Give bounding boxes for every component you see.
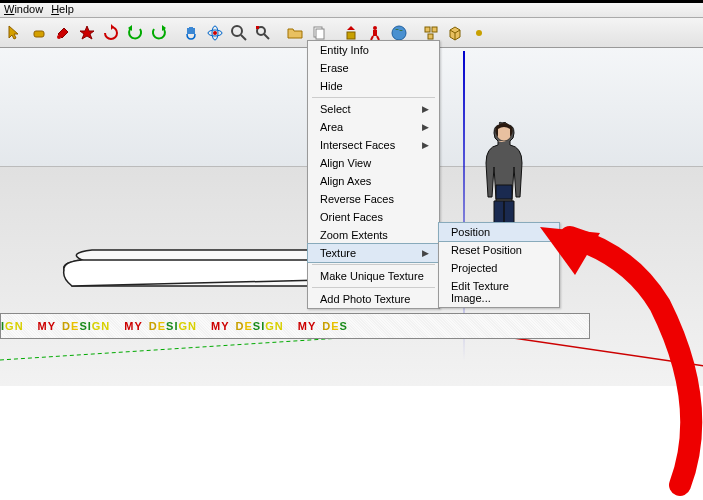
menu-hide[interactable]: Hide	[308, 77, 439, 95]
svg-point-17	[392, 26, 406, 40]
texture-banner: IGN MYDESIGN MYDESIGN MYDESIGN MYDES	[0, 313, 590, 339]
tool-paint-icon[interactable]	[52, 22, 74, 44]
context-menu: Entity Info Erase Hide Select▶ Area▶ Int…	[307, 40, 440, 309]
tool-star-icon[interactable]	[76, 22, 98, 44]
submenu-position[interactable]: Position	[438, 222, 560, 242]
menu-help[interactable]: Help	[51, 3, 74, 15]
submenu-reset-position[interactable]: Reset Position	[439, 241, 559, 259]
chevron-right-icon: ▶	[422, 140, 429, 150]
svg-line-16	[377, 36, 379, 40]
svg-point-21	[476, 30, 482, 36]
tool-orbit-icon[interactable]	[204, 22, 226, 44]
tool-undo-icon[interactable]	[124, 22, 146, 44]
svg-rect-9	[256, 26, 259, 29]
tool-redo-icon[interactable]	[148, 22, 170, 44]
svg-rect-20	[428, 34, 433, 39]
svg-point-13	[373, 26, 377, 30]
svg-rect-11	[316, 29, 324, 39]
svg-rect-14	[373, 30, 377, 36]
menu-area[interactable]: Area▶	[308, 118, 439, 136]
submenu-edit-texture-image[interactable]: Edit Texture Image...	[439, 277, 559, 307]
tool-pan-icon[interactable]	[180, 22, 202, 44]
tool-eraser-icon[interactable]	[28, 22, 50, 44]
menu-reverse-faces[interactable]: Reverse Faces	[308, 190, 439, 208]
tool-dot-icon[interactable]	[468, 22, 490, 44]
svg-point-4	[213, 31, 217, 35]
svg-point-5	[232, 26, 242, 36]
menu-align-axes[interactable]: Align Axes	[308, 172, 439, 190]
chevron-right-icon: ▶	[422, 104, 429, 114]
extruded-shape	[62, 248, 327, 304]
chevron-right-icon: ▶	[422, 122, 429, 132]
menu-entity-info[interactable]: Entity Info	[308, 41, 439, 59]
menu-texture[interactable]: Texture▶	[307, 243, 440, 263]
menu-make-unique-texture[interactable]: Make Unique Texture	[308, 267, 439, 285]
menu-erase[interactable]: Erase	[308, 59, 439, 77]
menu-intersect-faces[interactable]: Intersect Faces▶	[308, 136, 439, 154]
svg-line-8	[264, 34, 269, 39]
svg-rect-19	[432, 27, 437, 32]
tool-zoom-icon[interactable]	[228, 22, 250, 44]
svg-rect-0	[34, 31, 44, 37]
texture-submenu: Position Reset Position Projected Edit T…	[438, 222, 560, 308]
svg-line-6	[241, 35, 246, 40]
submenu-projected[interactable]: Projected	[439, 259, 559, 277]
svg-point-1	[57, 35, 61, 39]
tool-zoom-extents-icon[interactable]	[252, 22, 274, 44]
chevron-right-icon: ▶	[422, 248, 429, 258]
menu-add-photo-texture[interactable]: Add Photo Texture	[308, 290, 439, 308]
menu-select[interactable]: Select▶	[308, 100, 439, 118]
svg-rect-12	[347, 32, 355, 39]
tool-select-icon[interactable]	[4, 22, 26, 44]
tool-folder-icon[interactable]	[284, 22, 306, 44]
menu-window[interactable]: Window	[4, 3, 43, 15]
tool-cube-icon[interactable]	[444, 22, 466, 44]
tool-rotate-icon[interactable]	[100, 22, 122, 44]
svg-line-15	[371, 36, 373, 40]
menu-orient-faces[interactable]: Orient Faces	[308, 208, 439, 226]
menu-align-view[interactable]: Align View	[308, 154, 439, 172]
menu-zoom-extents[interactable]: Zoom Extents	[308, 226, 439, 244]
svg-rect-18	[425, 27, 430, 32]
